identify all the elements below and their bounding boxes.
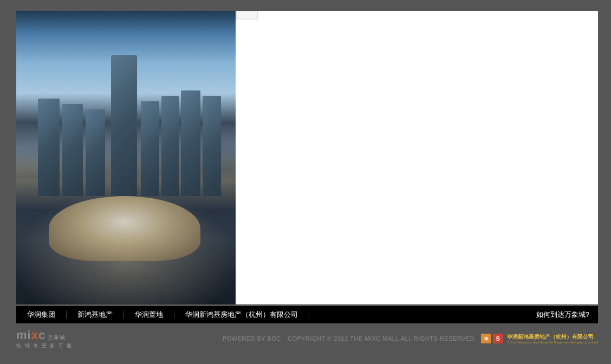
nav-link-crland[interactable]: 华润置地	[124, 311, 174, 318]
logo-text: mixc	[16, 328, 46, 342]
shk-badge-icon: S	[493, 334, 503, 343]
page-container: 华润集团 新鸿基地产 华润置地 华润新鸿基房地产（杭州）有限公司 如何到达万象城…	[0, 0, 611, 364]
site-logo[interactable]: mixc 万象城 给 城 市 更 多 可 能	[16, 328, 73, 349]
main-content	[16, 11, 598, 304]
footer: mixc 万象城 给 城 市 更 多 可 能 POWERED BY BOC CO…	[16, 325, 598, 352]
loading-placeholder	[236, 11, 258, 20]
nav-link-directions[interactable]: 如何到达万象城?	[528, 310, 598, 320]
cr-badge-icon: ✶	[481, 334, 491, 343]
partner-name-cn: 华润新鸿基房地产（杭州）有限公司	[507, 333, 598, 341]
hero-image	[16, 11, 236, 304]
nav-link-shk[interactable]: 新鸿基地产	[67, 311, 124, 318]
logo-tagline: 给 城 市 更 多 可 能	[16, 342, 73, 349]
partner-name-en: China Resources Sun Hung Kai Properties …	[507, 341, 598, 344]
nav-link-crshk-hangzhou[interactable]: 华润新鸿基房地产（杭州）有限公司	[174, 311, 309, 318]
footer-nav: 华润集团 新鸿基地产 华润置地 华润新鸿基房地产（杭州）有限公司 如何到达万象城…	[16, 306, 598, 323]
logo-cn-top: 万象城	[48, 334, 66, 341]
content-area	[236, 11, 598, 304]
copyright: COPYRIGHT © 2012 THE MIXC MALL ALL RIGHT…	[288, 335, 474, 342]
partner-logo: ✶ S 华润新鸿基房地产（杭州）有限公司 China Resources Sun…	[481, 333, 598, 344]
powered-by: POWERED BY BOC	[223, 335, 281, 342]
nav-link-crgroup[interactable]: 华润集团	[16, 311, 67, 318]
